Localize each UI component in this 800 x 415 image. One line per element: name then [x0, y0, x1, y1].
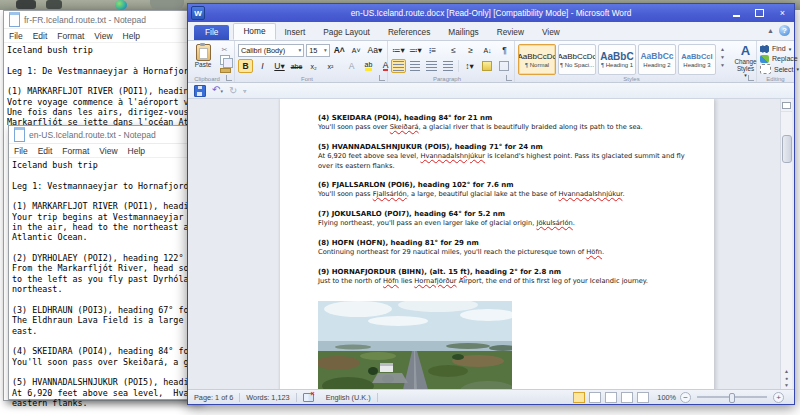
menu-file[interactable]: File	[9, 146, 33, 156]
document-page[interactable]: (4) SKEIDARA (POI4), heading 84° for 21 …	[280, 99, 714, 389]
vertical-scrollbar[interactable]: ▲ ● ▼	[780, 99, 792, 389]
desktop-icon[interactable]	[16, 0, 36, 9]
clipboard-dialog-launcher[interactable]	[226, 75, 232, 81]
increase-indent-icon[interactable]: ≥	[463, 43, 478, 57]
minimize-button[interactable]	[725, 6, 748, 20]
outline-view-button[interactable]	[621, 392, 633, 403]
tab-page-layout[interactable]: Page Layout	[314, 25, 379, 40]
zoom-out-button[interactable]: −	[680, 392, 691, 403]
draft-view-button[interactable]	[637, 392, 649, 403]
tab-home[interactable]: Home	[233, 23, 275, 40]
word-count[interactable]: Words: 1,123	[240, 390, 295, 404]
bold-button[interactable]: B	[238, 59, 253, 73]
menu-edit[interactable]: Edit	[33, 146, 58, 156]
tab-file[interactable]: File	[194, 25, 229, 40]
style-heading-3[interactable]: AaBbCcI Heading 3	[678, 44, 716, 75]
full-screen-reading-view-button[interactable]	[589, 392, 601, 403]
replace-button[interactable]: Replace	[760, 54, 799, 63]
highlight-color-icon[interactable]: ab	[361, 59, 376, 73]
bullets-icon[interactable]: ≔▾	[391, 43, 406, 57]
word-titlebar[interactable]: W en-US.Iceland.route.docx [Read-Only] […	[188, 4, 794, 22]
justify-button[interactable]	[441, 59, 456, 73]
undo-button[interactable]: ↶▾	[212, 85, 223, 96]
menu-format[interactable]: Format	[52, 31, 89, 41]
shading-icon[interactable]	[479, 59, 494, 73]
decrease-indent-icon[interactable]: ≤	[446, 43, 461, 57]
menu-edit[interactable]: Edit	[28, 31, 53, 41]
zoom-slider-thumb[interactable]	[729, 393, 735, 403]
style-heading-2[interactable]: AaBbCc Heading 2	[638, 44, 676, 75]
browse-object-icon[interactable]: ●	[781, 375, 792, 382]
superscript-icon[interactable]: x²	[323, 59, 338, 73]
change-case-icon[interactable]: Aa▾	[366, 43, 384, 57]
numbering-icon[interactable]: ≕▾	[408, 43, 423, 57]
scroll-next-page-icon[interactable]: ▼	[781, 382, 792, 389]
styles-dialog-launcher[interactable]	[748, 75, 754, 81]
text-effects-icon[interactable]: A	[344, 59, 359, 73]
help-icon[interactable]: ?	[779, 25, 790, 36]
grow-font-icon[interactable]: A˄	[332, 43, 347, 57]
styles-more-icon[interactable]: ▼	[720, 62, 725, 69]
underline-button[interactable]: U▾	[272, 59, 287, 73]
select-button[interactable]: Select▾	[760, 64, 799, 74]
zoom-in-button[interactable]: +	[773, 392, 784, 403]
minimize-ribbon-icon[interactable]: ▲	[767, 27, 774, 34]
maximize-button[interactable]	[748, 6, 771, 20]
qat-customize-icon[interactable]: ▿	[243, 87, 246, 94]
line-spacing-icon[interactable]: ↕▾	[462, 59, 477, 73]
tab-review[interactable]: Review	[488, 25, 533, 40]
align-left-button[interactable]	[391, 59, 406, 73]
shrink-font-icon[interactable]: A˅	[349, 43, 364, 57]
redo-button[interactable]: ↻	[229, 86, 237, 96]
tab-mailings[interactable]: Mailings	[439, 25, 487, 40]
close-button[interactable]: ×	[771, 6, 794, 20]
zoom-level[interactable]: 100%	[657, 393, 676, 402]
italic-button[interactable]: I	[255, 59, 270, 73]
menu-view[interactable]: View	[94, 146, 122, 156]
scrollbar-thumb[interactable]	[782, 135, 792, 163]
font-size-combo[interactable]: 15▾	[306, 44, 329, 57]
menu-help[interactable]: Help	[118, 31, 145, 41]
show-formatting-icon[interactable]: ¶	[497, 43, 512, 57]
web-layout-view-button[interactable]	[605, 392, 617, 403]
style-no-spacing[interactable]: AaBbCcDc ¶ No Spaci...	[558, 44, 596, 75]
borders-icon[interactable]	[496, 59, 511, 73]
notepad-fr-titlebar[interactable]: fr-FR.Iceland.route.txt - Notepad	[4, 11, 199, 29]
tab-references[interactable]: References	[379, 25, 439, 40]
style-normal[interactable]: AaBbCcDc ¶ Normal	[518, 44, 556, 75]
subscript-icon[interactable]: x₂	[306, 59, 321, 73]
notepad-fr-text[interactable]: Iceland bush trip Leg 1: De Vestmannaeyj…	[4, 43, 199, 128]
format-painter-icon[interactable]	[220, 68, 231, 73]
menu-help[interactable]: Help	[123, 146, 150, 156]
edge-browser-icon[interactable]	[115, 0, 127, 10]
language-indicator[interactable]: English (U.K.)	[320, 390, 377, 404]
notepad-en-titlebar[interactable]: en-US.Iceland.route.txt - Notepad	[9, 126, 204, 144]
sort-icon[interactable]: A↓	[480, 43, 495, 57]
font-dialog-launcher[interactable]	[379, 75, 385, 81]
print-layout-view-button[interactable]	[573, 392, 585, 403]
styles-scroll-down-icon[interactable]: ▼	[720, 54, 725, 61]
paragraph-dialog-launcher[interactable]	[506, 75, 512, 81]
tab-view[interactable]: View	[533, 25, 569, 40]
copy-icon[interactable]	[220, 55, 230, 65]
save-button[interactable]	[194, 85, 206, 97]
strikethrough-icon[interactable]: abe	[289, 59, 304, 73]
align-right-button[interactable]	[424, 59, 439, 73]
menu-format[interactable]: Format	[57, 146, 94, 156]
runway-photo[interactable]	[318, 301, 512, 389]
proofing-status[interactable]	[297, 390, 320, 404]
cut-icon[interactable]: ✂	[218, 45, 231, 54]
ruler-toggle-button[interactable]	[781, 99, 792, 112]
notepad-en-text[interactable]: Iceland bush trip Leg 1: Vestmannaeyjar …	[9, 158, 204, 408]
desktop-icon[interactable]	[46, 0, 62, 9]
find-button[interactable]: Find▾	[760, 44, 799, 53]
menu-view[interactable]: View	[89, 31, 117, 41]
multilevel-list-icon[interactable]: ⁝≡	[425, 43, 440, 57]
tab-insert[interactable]: Insert	[276, 25, 315, 40]
font-name-combo[interactable]: Calibri (Body)▾	[238, 44, 304, 57]
align-center-button[interactable]	[408, 59, 423, 73]
style-heading-1[interactable]: AaBbC ¶ Heading 1	[598, 44, 636, 75]
menu-file[interactable]: File	[4, 31, 28, 41]
paste-button[interactable]: Paste	[191, 43, 215, 74]
scroll-previous-page-icon[interactable]: ▲	[781, 368, 792, 375]
